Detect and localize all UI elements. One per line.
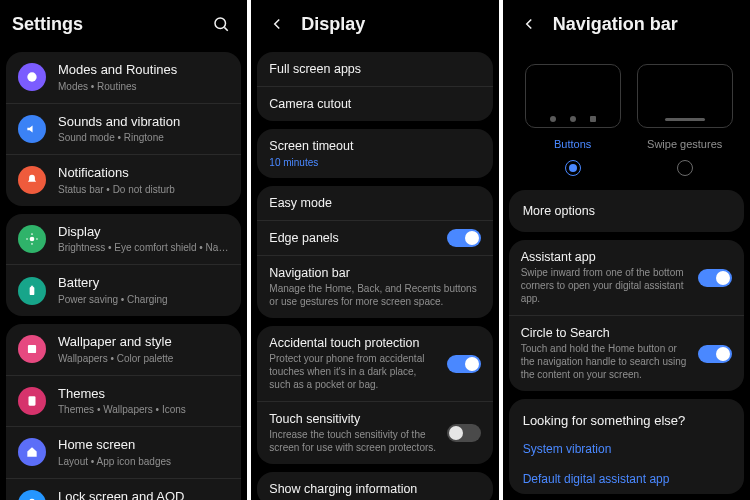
looking-heading: Looking for something else?	[509, 399, 744, 434]
search-icon[interactable]	[207, 10, 235, 38]
item-title: Modes and Routines	[58, 62, 177, 78]
modes-icon	[18, 63, 46, 91]
item-subtitle: Power saving • Charging	[58, 293, 168, 306]
item-title: Home screen	[58, 437, 171, 453]
svg-rect-10	[28, 345, 36, 353]
radio-gestures[interactable]	[677, 160, 693, 176]
page-title: Navigation bar	[553, 14, 678, 35]
display-group: Full screen appsCamera cutout	[257, 52, 492, 121]
settings-group: DisplayBrightness • Eye comfort shield •…	[6, 214, 241, 316]
display-icon	[18, 225, 46, 253]
svg-rect-11	[29, 396, 36, 405]
pane-display: Display Full screen appsCamera cutoutScr…	[251, 0, 498, 500]
item-title: Notifications	[58, 165, 175, 181]
nav-preview-gestures	[637, 64, 733, 128]
toggle-switch[interactable]	[447, 355, 481, 373]
settings-item[interactable]: ThemesThemes • Wallpapers • Icons	[6, 375, 241, 427]
display-group: Accidental touch protectionProtect your …	[257, 326, 492, 464]
nav-type-gestures[interactable]: Swipe gestures	[637, 64, 733, 176]
settings-item[interactable]: Sounds and vibrationSound mode • Rington…	[6, 103, 241, 155]
item-title: Camera cutout	[269, 97, 480, 111]
nav-type-label: Buttons	[554, 138, 591, 150]
display-item[interactable]: Camera cutout	[257, 86, 492, 121]
toggle-switch[interactable]	[447, 229, 481, 247]
display-group: Easy modeEdge panelsNavigation barManage…	[257, 186, 492, 318]
item-desc: Swipe inward from one of the bottom corn…	[521, 266, 688, 305]
toggle-switch[interactable]	[698, 269, 732, 287]
item-title: Edge panels	[269, 231, 436, 245]
item-value: 10 minutes	[269, 157, 480, 168]
svg-rect-9	[31, 285, 33, 286]
display-item[interactable]: Navigation barManage the Home, Back, and…	[257, 255, 492, 318]
item-subtitle: Wallpapers • Color palette	[58, 352, 173, 365]
settings-item[interactable]: Lock screen and AODScreen lock type • Al…	[6, 478, 241, 500]
nav-type-selector: Buttons Swipe gestures	[509, 52, 744, 182]
pane-navigation-bar: Navigation bar Buttons Swipe gestures	[503, 0, 750, 500]
settings-item[interactable]: DisplayBrightness • Eye comfort shield •…	[6, 214, 241, 265]
settings-item[interactable]: Home screenLayout • App icon badges	[6, 426, 241, 478]
item-title: Lock screen and AOD	[58, 489, 224, 500]
settings-item[interactable]: Modes and RoutinesModes • Routines	[6, 52, 241, 103]
display-item[interactable]: Screen timeout10 minutes	[257, 129, 492, 178]
item-title: Full screen apps	[269, 62, 480, 76]
item-title: Sounds and vibration	[58, 114, 180, 130]
svg-point-0	[215, 18, 226, 29]
item-title: Accidental touch protection	[269, 336, 436, 350]
nav-preview-buttons	[525, 64, 621, 128]
item-title: Wallpaper and style	[58, 334, 173, 350]
page-title: Settings	[12, 14, 83, 35]
item-title: Touch sensitivity	[269, 412, 436, 426]
nav-header: Navigation bar	[503, 0, 750, 52]
item-title: Show charging information	[269, 482, 480, 496]
settings-group: Modes and RoutinesModes • RoutinesSounds…	[6, 52, 241, 206]
settings-item[interactable]: NotificationsStatus bar • Do not disturb	[6, 154, 241, 206]
toggle-switch[interactable]	[698, 345, 732, 363]
display-item[interactable]: Touch sensitivityIncrease the touch sens…	[257, 401, 492, 464]
item-subtitle: Brightness • Eye comfort shield • Naviga…	[58, 241, 229, 254]
item-subtitle: Layout • App icon badges	[58, 455, 171, 468]
nav-item[interactable]: Circle to SearchTouch and hold the Home …	[509, 315, 744, 391]
display-group: Show charging information	[257, 472, 492, 500]
wallpaper-icon	[18, 335, 46, 363]
svg-point-2	[27, 73, 36, 82]
item-title: Screen timeout	[269, 139, 480, 153]
item-subtitle: Modes • Routines	[58, 80, 177, 93]
nav-options-card: Assistant appSwipe inward from one of th…	[509, 240, 744, 391]
more-options-card: More options	[509, 190, 744, 232]
related-link[interactable]: System vibration	[509, 434, 744, 464]
settings-item[interactable]: Wallpaper and styleWallpapers • Color pa…	[6, 324, 241, 375]
display-item[interactable]: Easy mode	[257, 186, 492, 220]
home-icon	[18, 438, 46, 466]
settings-group: Wallpaper and styleWallpapers • Color pa…	[6, 324, 241, 500]
nav-type-buttons[interactable]: Buttons	[525, 64, 621, 176]
svg-rect-8	[30, 287, 35, 295]
item-subtitle: Status bar • Do not disturb	[58, 183, 175, 196]
themes-icon	[18, 387, 46, 415]
item-desc: Touch and hold the Home button or the na…	[521, 342, 688, 381]
back-icon[interactable]	[263, 10, 291, 38]
display-item[interactable]: Show charging information	[257, 472, 492, 500]
radio-buttons[interactable]	[565, 160, 581, 176]
nav-type-label: Swipe gestures	[647, 138, 722, 150]
display-item[interactable]: Full screen apps	[257, 52, 492, 86]
lock-icon	[18, 490, 46, 500]
display-item[interactable]: Accidental touch protectionProtect your …	[257, 326, 492, 401]
settings-item[interactable]: BatteryPower saving • Charging	[6, 264, 241, 316]
settings-header: Settings	[0, 0, 247, 52]
more-options-row[interactable]: More options	[509, 190, 744, 232]
sound-icon	[18, 115, 46, 143]
display-item[interactable]: Edge panels	[257, 220, 492, 255]
item-title: Circle to Search	[521, 326, 688, 340]
toggle-switch[interactable]	[447, 424, 481, 442]
item-desc: Protect your phone from accidental touch…	[269, 352, 436, 391]
pane-settings: Settings Modes and RoutinesModes • Routi…	[0, 0, 247, 500]
svg-point-3	[30, 237, 35, 242]
display-group: Screen timeout10 minutes	[257, 129, 492, 178]
item-title: Assistant app	[521, 250, 688, 264]
back-icon[interactable]	[515, 10, 543, 38]
related-card: Looking for something else? System vibra…	[509, 399, 744, 494]
related-link[interactable]: Default digital assistant app	[509, 464, 744, 494]
nav-item[interactable]: Assistant appSwipe inward from one of th…	[509, 240, 744, 315]
item-subtitle: Sound mode • Ringtone	[58, 131, 180, 144]
page-title: Display	[301, 14, 365, 35]
